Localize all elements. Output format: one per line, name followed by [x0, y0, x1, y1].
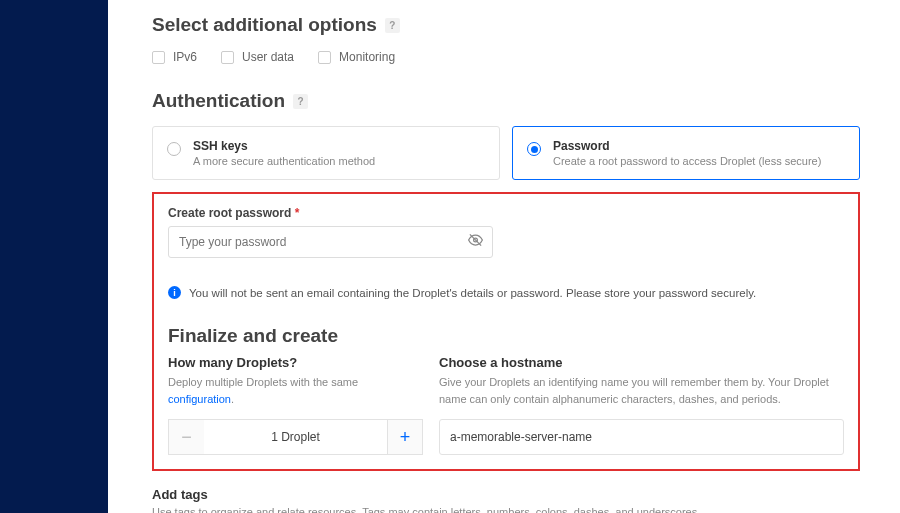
sidebar: [0, 0, 108, 513]
additional-options-row: IPv6 User data Monitoring: [152, 50, 860, 64]
auth-card-title: Password: [553, 139, 821, 153]
option-ipv6[interactable]: IPv6: [152, 50, 197, 64]
password-label: Create root password *: [168, 206, 844, 220]
label-text: Create root password: [168, 206, 291, 220]
stepper-plus-button[interactable]: +: [387, 419, 423, 455]
main-content: Select additional options ? IPv6 User da…: [108, 0, 900, 513]
checkbox-icon: [221, 51, 234, 64]
auth-card-desc: A more secure authentication method: [193, 155, 375, 167]
tags-title: Add tags: [152, 487, 860, 502]
desc-suffix: .: [231, 393, 234, 405]
auth-card-ssh[interactable]: SSH keys A more secure authentication me…: [152, 126, 500, 180]
hostname-title: Choose a hostname: [439, 355, 844, 370]
highlight-box: Create root password * i You will not be…: [152, 192, 860, 471]
hostname-input[interactable]: [439, 419, 844, 455]
finalize-title: Finalize and create: [168, 325, 844, 347]
radio-icon: [167, 142, 181, 156]
eye-slash-icon[interactable]: [468, 233, 483, 252]
auth-card-body: SSH keys A more secure authentication me…: [193, 139, 375, 167]
password-input-wrap: [168, 226, 493, 258]
option-user-data[interactable]: User data: [221, 50, 294, 64]
authentication-title: Authentication ?: [152, 90, 860, 112]
stepper-minus-button[interactable]: −: [168, 419, 204, 455]
auth-card-body: Password Create a root password to acces…: [553, 139, 821, 167]
hostname-desc: Give your Droplets an identifying name y…: [439, 374, 844, 407]
option-label: IPv6: [173, 50, 197, 64]
help-icon[interactable]: ?: [293, 94, 308, 109]
checkbox-icon: [318, 51, 331, 64]
configuration-link[interactable]: configuration: [168, 393, 231, 405]
how-many-desc: Deploy multiple Droplets with the same c…: [168, 374, 423, 407]
quantity-stepper: − 1 Droplet +: [168, 419, 423, 455]
help-icon[interactable]: ?: [385, 18, 400, 33]
radio-icon: [527, 142, 541, 156]
auth-card-title: SSH keys: [193, 139, 375, 153]
option-label: Monitoring: [339, 50, 395, 64]
desc-prefix: Deploy multiple Droplets with the same: [168, 376, 358, 388]
tags-desc: Use tags to organize and relate resource…: [152, 506, 860, 513]
auth-card-desc: Create a root password to access Droplet…: [553, 155, 821, 167]
how-many-title: How many Droplets?: [168, 355, 423, 370]
info-icon: i: [168, 286, 181, 299]
finalize-columns: How many Droplets? Deploy multiple Dropl…: [168, 355, 844, 455]
checkbox-icon: [152, 51, 165, 64]
title-text: Authentication: [152, 90, 285, 112]
finalize-col-hostname: Choose a hostname Give your Droplets an …: [439, 355, 844, 455]
additional-options-title: Select additional options ?: [152, 14, 860, 36]
title-text: Select additional options: [152, 14, 377, 36]
option-monitoring[interactable]: Monitoring: [318, 50, 395, 64]
required-asterisk: *: [295, 206, 300, 220]
password-info: i You will not be sent an email containi…: [168, 276, 844, 309]
finalize-col-droplets: How many Droplets? Deploy multiple Dropl…: [168, 355, 423, 455]
password-input[interactable]: [168, 226, 493, 258]
info-text: You will not be sent an email containing…: [189, 287, 756, 299]
auth-cards: SSH keys A more secure authentication me…: [152, 126, 860, 180]
auth-card-password[interactable]: Password Create a root password to acces…: [512, 126, 860, 180]
option-label: User data: [242, 50, 294, 64]
stepper-value: 1 Droplet: [204, 419, 387, 455]
